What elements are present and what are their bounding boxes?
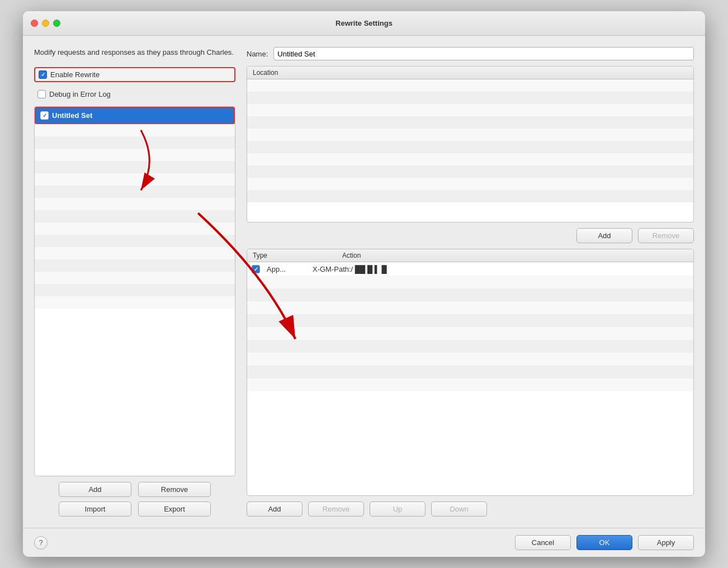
rule-row-0[interactable]: ✓ App... X-GM-Path:/ ██ █ ▌ █ [247, 262, 693, 276]
location-remove-button[interactable]: Remove [638, 228, 694, 243]
set-item-label: Untitled Set [52, 111, 92, 120]
rules-table-header: Type Action [247, 249, 693, 262]
location-table-rows [247, 79, 693, 202]
footer-right: Cancel OK Apply [515, 535, 694, 550]
rules-table: Type Action ✓ App... X-GM-Path:/ ██ █ ▌ … [247, 249, 694, 496]
right-panel: Name: Location Add Remove [247, 47, 694, 517]
rules-remove-button[interactable]: Remove [308, 501, 364, 517]
footer: ? Cancel OK Apply [23, 528, 705, 557]
rules-down-button[interactable]: Down [431, 501, 487, 517]
name-input[interactable] [273, 47, 694, 60]
checkmark-icon: ✓ [41, 72, 45, 78]
set-checkmark-icon: ✓ [42, 112, 47, 119]
sets-bottom-buttons: Add Remove Import Export [34, 482, 235, 517]
type-column-header: Type [253, 252, 297, 259]
debug-error-log-row[interactable]: Debug in Error Log [34, 88, 235, 101]
name-row: Name: [247, 47, 694, 60]
location-table: Location [247, 66, 694, 223]
sets-list: ✓ Untitled Set [34, 106, 235, 477]
rules-bottom-buttons: Add Remove Up Down [247, 501, 694, 517]
apply-button[interactable]: Apply [638, 535, 694, 550]
titlebar: Rewrite Settings [23, 11, 705, 36]
description-text: Modify requests and responses as they pa… [34, 47, 235, 58]
close-button[interactable] [31, 20, 38, 27]
rule-action-0: X-GM-Path:/ ██ █ ▌ █ [313, 265, 387, 273]
rules-up-button[interactable]: Up [370, 501, 426, 517]
add-remove-row: Add Remove [34, 482, 235, 497]
sets-remove-button[interactable]: Remove [138, 482, 211, 497]
location-add-remove-row: Add Remove [247, 228, 694, 243]
sets-add-button[interactable]: Add [59, 482, 131, 497]
ok-button[interactable]: OK [576, 535, 632, 550]
enable-rewrite-label: Enable Rewrite [50, 70, 100, 79]
location-table-header: Location [247, 67, 693, 79]
maximize-button[interactable] [53, 20, 60, 27]
cancel-button[interactable]: Cancel [515, 535, 571, 550]
rule-type-0: App... [267, 265, 306, 273]
debug-error-log-label: Debug in Error Log [49, 90, 111, 98]
location-add-button[interactable]: Add [576, 228, 632, 243]
help-button[interactable]: ? [34, 536, 48, 550]
main-content: Modify requests and responses as they pa… [23, 36, 705, 528]
sets-import-button[interactable]: Import [59, 501, 131, 517]
set-item-untitled[interactable]: ✓ Untitled Set [35, 107, 235, 124]
sets-list-empty-rows [35, 124, 235, 309]
minimize-button[interactable] [42, 20, 49, 27]
import-export-row: Import Export [34, 501, 235, 517]
rule-checkmark-icon: ✓ [254, 266, 258, 272]
traffic-lights [31, 20, 60, 27]
window-title: Rewrite Settings [335, 19, 393, 27]
sets-export-button[interactable]: Export [138, 501, 211, 517]
action-column-header: Action [342, 252, 361, 259]
name-label: Name: [247, 50, 268, 58]
set-item-checkbox[interactable]: ✓ [40, 111, 49, 120]
window: Rewrite Settings Modify requests and res… [23, 11, 705, 557]
rules-add-button[interactable]: Add [247, 501, 302, 517]
enable-rewrite-row[interactable]: ✓ Enable Rewrite [34, 67, 235, 82]
debug-error-log-checkbox[interactable] [37, 90, 46, 98]
enable-rewrite-checkbox[interactable]: ✓ [39, 70, 47, 79]
location-column-header: Location [253, 69, 278, 77]
rule-checkbox-0[interactable]: ✓ [252, 265, 260, 273]
rules-table-empty-rows [247, 276, 693, 391]
left-panel: Modify requests and responses as they pa… [34, 47, 235, 517]
